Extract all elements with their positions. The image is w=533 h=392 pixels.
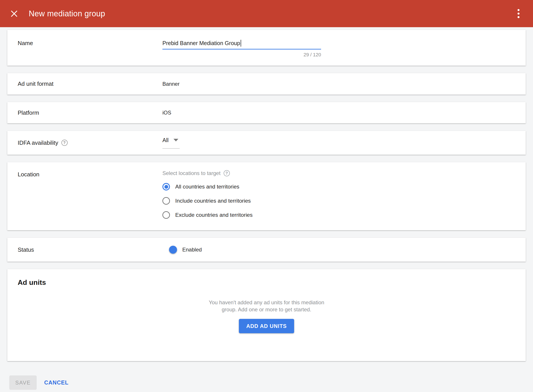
- add-ad-units-button[interactable]: ADD AD UNITS: [239, 319, 294, 333]
- app-bar: New mediation group: [0, 0, 533, 27]
- name-label: Name: [18, 39, 162, 66]
- name-input[interactable]: Prebid Banner Mediation Group: [162, 39, 321, 47]
- ad-units-heading: Ad units: [18, 278, 515, 287]
- radio-include-countries[interactable]: Include countries and territories: [162, 197, 252, 205]
- ad-units-card: Ad units You haven't added any ad units …: [7, 269, 526, 361]
- ad-unit-format-value: Banner: [162, 81, 179, 87]
- page-title: New mediation group: [29, 9, 514, 18]
- status-toggle[interactable]: [162, 247, 176, 252]
- platform-card: Platform iOS: [7, 102, 526, 123]
- location-hint: Select locations to target: [162, 170, 220, 176]
- idfa-label: IDFA availability: [18, 140, 58, 146]
- status-value: Enabled: [182, 247, 202, 253]
- save-button[interactable]: SAVE: [9, 375, 37, 390]
- kebab-menu-icon: [518, 9, 519, 11]
- input-focus-underline: [162, 49, 321, 50]
- empty-state-line1: You haven't added any ad units for this …: [18, 299, 515, 306]
- location-card: Location Select locations to target ? Al…: [7, 162, 526, 230]
- cancel-button[interactable]: CANCEL: [44, 379, 69, 386]
- location-help-icon[interactable]: ?: [224, 170, 230, 176]
- ad-unit-format-label: Ad unit format: [18, 80, 162, 87]
- toggle-knob: [169, 246, 177, 254]
- name-input-value: Prebid Banner Mediation Group: [162, 40, 240, 47]
- char-counter: 29 / 120: [162, 52, 321, 58]
- status-label: Status: [18, 246, 162, 253]
- mediation-group-form: Name Prebid Banner Mediation Group 29 / …: [0, 30, 533, 361]
- platform-label: Platform: [18, 109, 162, 116]
- radio-all-countries[interactable]: All countries and territories: [162, 183, 252, 191]
- radio-label: All countries and territories: [175, 184, 239, 190]
- close-button[interactable]: [10, 9, 19, 18]
- location-label: Location: [18, 170, 162, 230]
- radio-button-selected-icon: [162, 183, 170, 191]
- radio-exclude-countries[interactable]: Exclude countries and territories: [162, 211, 252, 219]
- idfa-availability-card: IDFA availability ? All: [7, 131, 526, 155]
- empty-state-line2: group. Add one or more to get started.: [18, 306, 515, 313]
- idfa-dropdown-value: All: [162, 137, 168, 143]
- status-card: Status Enabled: [7, 238, 526, 262]
- radio-label: Exclude countries and territories: [175, 212, 252, 218]
- radio-label: Include countries and territories: [175, 198, 251, 204]
- platform-value: iOS: [162, 110, 171, 116]
- form-footer: SAVE CANCEL: [0, 369, 533, 390]
- name-card: Name Prebid Banner Mediation Group 29 / …: [7, 30, 526, 66]
- dropdown-arrow-icon: [173, 139, 178, 141]
- radio-button-icon: [162, 211, 170, 219]
- text-cursor: [241, 40, 241, 47]
- close-icon: [10, 9, 19, 18]
- dropdown-underline: [162, 148, 180, 149]
- overflow-menu-button[interactable]: [514, 7, 523, 20]
- idfa-dropdown[interactable]: All: [162, 137, 180, 149]
- ad-unit-format-card: Ad unit format Banner: [7, 73, 526, 95]
- idfa-help-icon[interactable]: ?: [61, 140, 68, 146]
- radio-button-icon: [162, 197, 170, 205]
- ad-units-empty-state: You haven't added any ad units for this …: [18, 299, 515, 313]
